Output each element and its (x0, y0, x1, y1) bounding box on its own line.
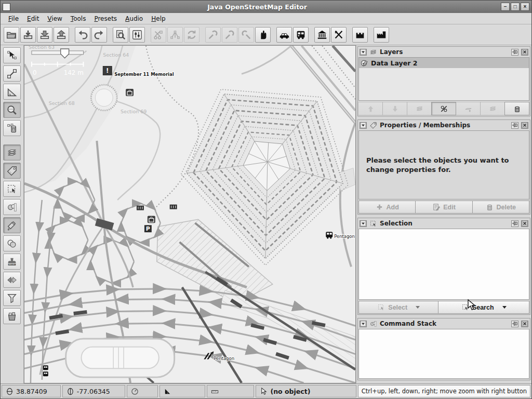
menu-presets[interactable]: Presets (90, 14, 121, 23)
tv-icon[interactable] (126, 89, 134, 96)
svg-text:Section 64: Section 64 (103, 52, 129, 58)
properties-dialog-button[interactable] (3, 163, 21, 179)
svg-text:September 11 Memorial: September 11 Memorial (114, 72, 174, 77)
selection-pin-button[interactable] (511, 220, 518, 227)
castle-preset-button[interactable] (352, 27, 368, 43)
minimize-button[interactable]: – (501, 3, 510, 11)
car-preset-button[interactable] (276, 27, 292, 43)
factory-preset-button[interactable] (374, 27, 389, 43)
selection-list[interactable] (358, 229, 529, 300)
select-button: Select (358, 301, 438, 314)
properties-pin-button[interactable] (511, 122, 518, 129)
menu-edit[interactable]: Edit (23, 14, 43, 23)
menu-audio[interactable]: Audio (122, 14, 147, 23)
layers-pin-button[interactable] (511, 49, 518, 56)
selection-collapse-button[interactable] (360, 220, 367, 227)
draw-tool-button[interactable] (3, 65, 21, 82)
command-stack-list[interactable] (358, 329, 529, 379)
layers-list[interactable]: Data Layer 2 (358, 57, 529, 101)
properties-collapse-button[interactable] (360, 122, 367, 129)
hand-button[interactable] (255, 27, 271, 43)
museum-preset-button[interactable] (314, 27, 330, 43)
command-stack-pin-button[interactable] (511, 321, 518, 327)
properties-message: Please select the objects you want to ch… (358, 130, 529, 200)
svg-text:Section 69: Section 69 (121, 109, 147, 114)
layer-show-hide-button[interactable] (431, 102, 456, 115)
latitude-icon (6, 388, 14, 395)
layers-collapse-button[interactable] (360, 49, 367, 56)
help-text: Ctrl+up, left, down, right; move zoom wi… (358, 385, 530, 397)
layer-delete-button[interactable] (504, 102, 529, 115)
ruler-icon (211, 388, 219, 395)
selection-icon (369, 220, 377, 228)
layers-icon (369, 48, 377, 56)
update-data-button (184, 27, 200, 43)
layers-title: Layers (380, 48, 509, 56)
layer-row[interactable]: Data Layer 2 (359, 58, 529, 68)
menu-view[interactable]: View (44, 14, 65, 23)
restaurant-preset-button[interactable] (331, 27, 347, 43)
undo-button[interactable] (75, 27, 90, 43)
relations-dialog-button[interactable] (3, 235, 21, 251)
statusbar: 38.87409 -77.06345 (no object) Ctrl+up, … (1, 383, 531, 398)
save-button[interactable] (20, 27, 36, 43)
heading-icon (131, 388, 139, 395)
delete-tool-button[interactable] (3, 120, 21, 136)
layers-dialog-button[interactable] (3, 144, 21, 161)
upload-button[interactable] (54, 27, 69, 43)
heading-field (127, 385, 158, 397)
delete-tag-button: Delete (472, 201, 529, 214)
filter-button[interactable] (3, 290, 21, 306)
zoom-tool-button[interactable] (3, 102, 21, 118)
open-button[interactable] (4, 27, 19, 43)
close-button[interactable]: × (521, 3, 529, 11)
command-stack-close-button[interactable] (521, 321, 528, 327)
memorial-circle-inner (95, 89, 113, 107)
titlebar[interactable]: Java OpenStreetMap Editor – □ × (1, 1, 531, 13)
maximize-button[interactable]: □ (511, 3, 520, 11)
south-parking-lot[interactable] (66, 339, 175, 377)
layers-close-button[interactable] (521, 49, 528, 56)
selection-dialog-button[interactable] (3, 181, 21, 197)
svg-text:Section 63: Section 63 (29, 46, 55, 50)
conflicts-button[interactable] (3, 272, 21, 288)
command-stack-panel: Command Stack (357, 318, 530, 380)
redo-button[interactable] (91, 27, 107, 43)
svg-text:!: ! (106, 67, 109, 74)
map-svg[interactable]: 0 142 m Section 63 Section 64 Section 68… (24, 46, 355, 383)
merge-nodes-button (167, 27, 183, 43)
layer-merge-button (407, 102, 432, 115)
tv-icon-2[interactable] (148, 216, 155, 223)
search-selection-button[interactable]: Search (438, 301, 529, 314)
selection-close-button[interactable] (521, 220, 528, 227)
command-stack-collapse-button[interactable] (360, 321, 367, 327)
layer-name: Data Layer 2 (371, 59, 417, 67)
app-icon (3, 3, 10, 11)
parking-icon[interactable]: P (144, 225, 152, 232)
download-button[interactable] (37, 27, 52, 43)
bus-preset-button[interactable] (293, 27, 309, 43)
map-canvas[interactable]: 0 142 m Section 63 Section 64 Section 68… (24, 45, 356, 383)
command-stack-dialog-button[interactable] (3, 199, 21, 215)
wrench-a-button (205, 27, 221, 43)
menu-help[interactable]: Help (148, 14, 169, 23)
select-tool-button[interactable] (3, 47, 21, 63)
menu-tools[interactable]: Tools (67, 14, 90, 23)
app-window: Java OpenStreetMap Editor – □ × File Edi… (0, 0, 532, 399)
split-way-button (151, 27, 166, 43)
main-toolbar (1, 24, 531, 45)
menu-file[interactable]: File (5, 14, 22, 23)
dialog-column: Layers Data Layer 2 (356, 45, 531, 383)
angle-tool-button[interactable] (3, 84, 21, 100)
layer-download-button (456, 102, 481, 115)
layer-move-up-button (358, 102, 383, 115)
map-paint-dialog-button[interactable] (3, 217, 21, 233)
preferences-button[interactable] (129, 27, 145, 43)
latitude-field: 38.87409 (2, 385, 61, 397)
history-button[interactable] (3, 254, 21, 270)
search-button[interactable] (113, 27, 128, 43)
edit-tag-button: Edit (415, 201, 472, 214)
properties-close-button[interactable] (521, 122, 528, 129)
longitude-icon (66, 388, 74, 395)
changesets-button[interactable] (3, 308, 21, 324)
